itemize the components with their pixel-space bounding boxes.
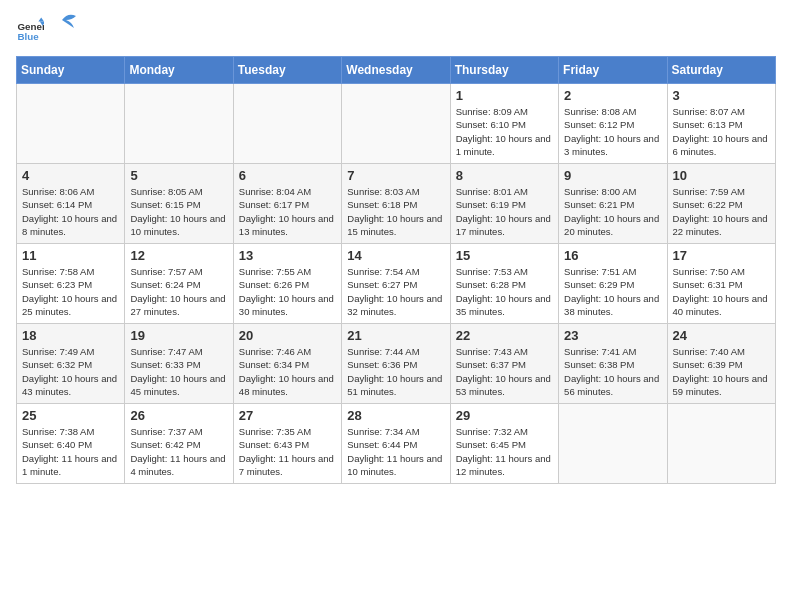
- logo-icon: General Blue: [16, 16, 44, 44]
- day-number: 2: [564, 88, 661, 103]
- day-number: 19: [130, 328, 227, 343]
- calendar-cell: 14Sunrise: 7:54 AM Sunset: 6:27 PM Dayli…: [342, 244, 450, 324]
- column-header-thursday: Thursday: [450, 57, 558, 84]
- calendar-cell: 5Sunrise: 8:05 AM Sunset: 6:15 PM Daylig…: [125, 164, 233, 244]
- day-number: 3: [673, 88, 770, 103]
- calendar-cell: [342, 84, 450, 164]
- calendar-cell: 8Sunrise: 8:01 AM Sunset: 6:19 PM Daylig…: [450, 164, 558, 244]
- logo-bird-icon: [54, 10, 76, 40]
- day-number: 25: [22, 408, 119, 423]
- column-header-wednesday: Wednesday: [342, 57, 450, 84]
- calendar-cell: 20Sunrise: 7:46 AM Sunset: 6:34 PM Dayli…: [233, 324, 341, 404]
- day-info: Sunrise: 7:59 AM Sunset: 6:22 PM Dayligh…: [673, 185, 770, 238]
- calendar-cell: 17Sunrise: 7:50 AM Sunset: 6:31 PM Dayli…: [667, 244, 775, 324]
- day-number: 13: [239, 248, 336, 263]
- day-number: 16: [564, 248, 661, 263]
- day-info: Sunrise: 7:57 AM Sunset: 6:24 PM Dayligh…: [130, 265, 227, 318]
- day-info: Sunrise: 8:06 AM Sunset: 6:14 PM Dayligh…: [22, 185, 119, 238]
- calendar-week-row: 1Sunrise: 8:09 AM Sunset: 6:10 PM Daylig…: [17, 84, 776, 164]
- day-info: Sunrise: 8:07 AM Sunset: 6:13 PM Dayligh…: [673, 105, 770, 158]
- day-info: Sunrise: 7:49 AM Sunset: 6:32 PM Dayligh…: [22, 345, 119, 398]
- day-info: Sunrise: 7:43 AM Sunset: 6:37 PM Dayligh…: [456, 345, 553, 398]
- day-info: Sunrise: 7:44 AM Sunset: 6:36 PM Dayligh…: [347, 345, 444, 398]
- day-info: Sunrise: 8:03 AM Sunset: 6:18 PM Dayligh…: [347, 185, 444, 238]
- day-number: 6: [239, 168, 336, 183]
- calendar-cell: [17, 84, 125, 164]
- day-info: Sunrise: 7:55 AM Sunset: 6:26 PM Dayligh…: [239, 265, 336, 318]
- day-number: 17: [673, 248, 770, 263]
- day-info: Sunrise: 8:08 AM Sunset: 6:12 PM Dayligh…: [564, 105, 661, 158]
- day-info: Sunrise: 8:05 AM Sunset: 6:15 PM Dayligh…: [130, 185, 227, 238]
- day-number: 12: [130, 248, 227, 263]
- day-number: 1: [456, 88, 553, 103]
- calendar-cell: 18Sunrise: 7:49 AM Sunset: 6:32 PM Dayli…: [17, 324, 125, 404]
- day-info: Sunrise: 7:41 AM Sunset: 6:38 PM Dayligh…: [564, 345, 661, 398]
- day-info: Sunrise: 7:58 AM Sunset: 6:23 PM Dayligh…: [22, 265, 119, 318]
- day-number: 29: [456, 408, 553, 423]
- calendar-cell: [667, 404, 775, 484]
- day-info: Sunrise: 7:32 AM Sunset: 6:45 PM Dayligh…: [456, 425, 553, 478]
- calendar-cell: [559, 404, 667, 484]
- calendar-cell: 3Sunrise: 8:07 AM Sunset: 6:13 PM Daylig…: [667, 84, 775, 164]
- day-number: 9: [564, 168, 661, 183]
- logo: General Blue: [16, 16, 76, 44]
- day-number: 18: [22, 328, 119, 343]
- day-info: Sunrise: 7:38 AM Sunset: 6:40 PM Dayligh…: [22, 425, 119, 478]
- day-number: 21: [347, 328, 444, 343]
- calendar-cell: 19Sunrise: 7:47 AM Sunset: 6:33 PM Dayli…: [125, 324, 233, 404]
- day-info: Sunrise: 7:46 AM Sunset: 6:34 PM Dayligh…: [239, 345, 336, 398]
- column-header-monday: Monday: [125, 57, 233, 84]
- day-number: 28: [347, 408, 444, 423]
- day-number: 14: [347, 248, 444, 263]
- day-number: 24: [673, 328, 770, 343]
- day-number: 22: [456, 328, 553, 343]
- page-header: General Blue: [16, 16, 776, 44]
- calendar-cell: 6Sunrise: 8:04 AM Sunset: 6:17 PM Daylig…: [233, 164, 341, 244]
- day-number: 7: [347, 168, 444, 183]
- calendar-week-row: 11Sunrise: 7:58 AM Sunset: 6:23 PM Dayli…: [17, 244, 776, 324]
- day-info: Sunrise: 7:51 AM Sunset: 6:29 PM Dayligh…: [564, 265, 661, 318]
- day-info: Sunrise: 8:04 AM Sunset: 6:17 PM Dayligh…: [239, 185, 336, 238]
- calendar-cell: 16Sunrise: 7:51 AM Sunset: 6:29 PM Dayli…: [559, 244, 667, 324]
- calendar-cell: 24Sunrise: 7:40 AM Sunset: 6:39 PM Dayli…: [667, 324, 775, 404]
- day-number: 8: [456, 168, 553, 183]
- day-info: Sunrise: 7:50 AM Sunset: 6:31 PM Dayligh…: [673, 265, 770, 318]
- day-info: Sunrise: 8:01 AM Sunset: 6:19 PM Dayligh…: [456, 185, 553, 238]
- day-number: 11: [22, 248, 119, 263]
- calendar-cell: 25Sunrise: 7:38 AM Sunset: 6:40 PM Dayli…: [17, 404, 125, 484]
- calendar-cell: 13Sunrise: 7:55 AM Sunset: 6:26 PM Dayli…: [233, 244, 341, 324]
- day-info: Sunrise: 7:37 AM Sunset: 6:42 PM Dayligh…: [130, 425, 227, 478]
- calendar-cell: 2Sunrise: 8:08 AM Sunset: 6:12 PM Daylig…: [559, 84, 667, 164]
- calendar-cell: 27Sunrise: 7:35 AM Sunset: 6:43 PM Dayli…: [233, 404, 341, 484]
- day-number: 23: [564, 328, 661, 343]
- calendar-header-row: SundayMondayTuesdayWednesdayThursdayFrid…: [17, 57, 776, 84]
- calendar-week-row: 18Sunrise: 7:49 AM Sunset: 6:32 PM Dayli…: [17, 324, 776, 404]
- day-info: Sunrise: 7:40 AM Sunset: 6:39 PM Dayligh…: [673, 345, 770, 398]
- day-info: Sunrise: 7:54 AM Sunset: 6:27 PM Dayligh…: [347, 265, 444, 318]
- day-info: Sunrise: 8:00 AM Sunset: 6:21 PM Dayligh…: [564, 185, 661, 238]
- column-header-tuesday: Tuesday: [233, 57, 341, 84]
- column-header-saturday: Saturday: [667, 57, 775, 84]
- calendar-cell: 7Sunrise: 8:03 AM Sunset: 6:18 PM Daylig…: [342, 164, 450, 244]
- calendar-cell: 9Sunrise: 8:00 AM Sunset: 6:21 PM Daylig…: [559, 164, 667, 244]
- calendar-cell: 10Sunrise: 7:59 AM Sunset: 6:22 PM Dayli…: [667, 164, 775, 244]
- calendar-cell: 4Sunrise: 8:06 AM Sunset: 6:14 PM Daylig…: [17, 164, 125, 244]
- column-header-friday: Friday: [559, 57, 667, 84]
- day-info: Sunrise: 7:47 AM Sunset: 6:33 PM Dayligh…: [130, 345, 227, 398]
- column-header-sunday: Sunday: [17, 57, 125, 84]
- calendar-week-row: 4Sunrise: 8:06 AM Sunset: 6:14 PM Daylig…: [17, 164, 776, 244]
- calendar-cell: 23Sunrise: 7:41 AM Sunset: 6:38 PM Dayli…: [559, 324, 667, 404]
- calendar-cell: 21Sunrise: 7:44 AM Sunset: 6:36 PM Dayli…: [342, 324, 450, 404]
- calendar-cell: 28Sunrise: 7:34 AM Sunset: 6:44 PM Dayli…: [342, 404, 450, 484]
- calendar-cell: [233, 84, 341, 164]
- day-info: Sunrise: 7:35 AM Sunset: 6:43 PM Dayligh…: [239, 425, 336, 478]
- calendar-cell: 29Sunrise: 7:32 AM Sunset: 6:45 PM Dayli…: [450, 404, 558, 484]
- calendar-cell: 15Sunrise: 7:53 AM Sunset: 6:28 PM Dayli…: [450, 244, 558, 324]
- day-info: Sunrise: 7:53 AM Sunset: 6:28 PM Dayligh…: [456, 265, 553, 318]
- day-number: 15: [456, 248, 553, 263]
- day-number: 10: [673, 168, 770, 183]
- day-number: 26: [130, 408, 227, 423]
- calendar-cell: 11Sunrise: 7:58 AM Sunset: 6:23 PM Dayli…: [17, 244, 125, 324]
- calendar-cell: 12Sunrise: 7:57 AM Sunset: 6:24 PM Dayli…: [125, 244, 233, 324]
- day-number: 5: [130, 168, 227, 183]
